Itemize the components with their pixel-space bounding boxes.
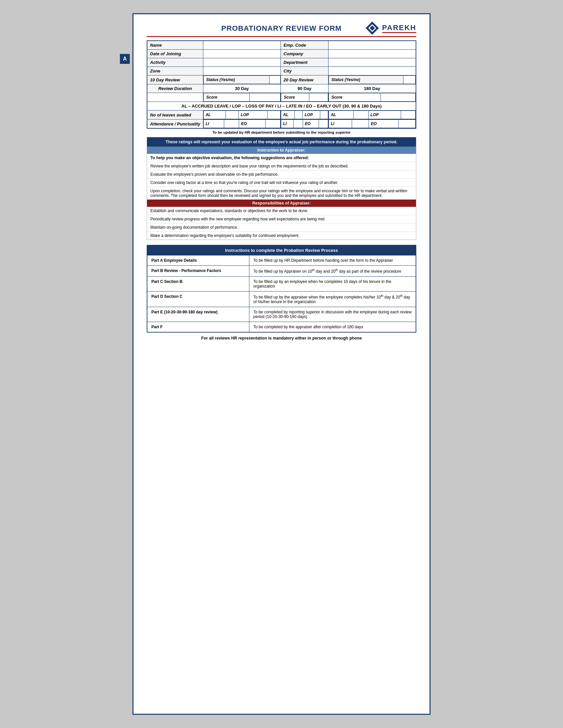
li-30-label: LI — [203, 120, 224, 128]
instruction-sub-banner: Instruction to Appraiser: — [147, 147, 416, 154]
activity-label: Activity — [147, 58, 203, 67]
ninety-day-label: 90 Day — [281, 84, 329, 93]
complete-table: Instructions to complete the Probation R… — [147, 245, 416, 333]
twenty-day-status-value[interactable] — [403, 76, 416, 84]
al-30-value[interactable] — [225, 111, 238, 119]
status-yes-no2-cell: Status (Yes/no) — [328, 75, 416, 84]
leaves-30-cell: AL LOP — [203, 111, 280, 119]
eo-30-value[interactable] — [265, 120, 280, 128]
footer-text: For all reviews HR representation is man… — [147, 336, 416, 341]
leaves-90-cell: AL LOP — [281, 111, 329, 119]
eo-90-value[interactable] — [319, 120, 328, 128]
lop-30-value[interactable] — [267, 111, 280, 119]
name-value[interactable] — [203, 41, 280, 50]
li-30-value[interactable] — [224, 120, 239, 128]
score-90-label: Score — [281, 93, 309, 102]
score-30-cell: Score — [203, 93, 280, 102]
resp-row-4: Make a determination regarding the emplo… — [147, 232, 416, 240]
al-30-label: AL — [203, 111, 225, 119]
lop-180-value[interactable] — [401, 111, 415, 119]
date-joining-label: Date of Joining — [147, 50, 203, 58]
day-review-row: 10 Day Review Status (Yes/no) 20 Day Rev… — [147, 75, 416, 84]
al-180-value[interactable] — [354, 111, 368, 119]
status-yes-no-cell: Status (Yes/no) — [203, 75, 280, 84]
al-90-value[interactable] — [295, 111, 303, 119]
section-a-badge: A — [120, 54, 130, 64]
department-value[interactable] — [328, 58, 416, 67]
zone-value[interactable] — [203, 67, 280, 75]
part-b-desc: To be filled up by Appraiser on 10th day… — [249, 266, 416, 277]
li-90-value[interactable] — [294, 120, 303, 128]
part-d-desc: To be filled up by the appraiser when th… — [249, 292, 416, 307]
no-leaves-label: No of leaves availed — [147, 111, 203, 119]
instruction-bold: To help you make an objective evaluation… — [147, 154, 416, 162]
attendance-row: Attendance / Punctuality LI EO LI — [147, 119, 416, 129]
header-divider — [147, 36, 416, 37]
activity-row: Activity Department — [147, 58, 416, 67]
status-yes-no2-label: Status (Yes/no) — [329, 76, 403, 84]
part-e-label: Part E (10-20-30-90-180 day review) — [147, 307, 249, 322]
resp-banner: Responsibilities of Appraiser: — [147, 200, 416, 207]
al-banner-text: AL – ACCRUED LEAVE / LOP – LOSS OF PAY /… — [147, 102, 416, 111]
ratings-banner: These ratings will represent your evalua… — [147, 137, 416, 147]
logo: PAREKH — [365, 21, 416, 35]
part-c-row: Part C Section B To be filled up by an e… — [147, 277, 416, 292]
part-c-label: Part C Section B — [147, 277, 249, 292]
zone-row: Zone City — [147, 67, 416, 75]
logo-diamond-icon — [365, 21, 380, 35]
activity-value[interactable] — [203, 58, 280, 67]
name-row: Name Emp. Code — [147, 41, 416, 50]
score-90-value[interactable] — [309, 93, 328, 102]
instruction-row-1: Review the employee's written job descri… — [147, 162, 416, 170]
instruction-row-2: Evaluate the employee's proven and obser… — [147, 170, 416, 179]
date-joining-value[interactable] — [203, 50, 280, 58]
joining-row: Date of Joining Company — [147, 50, 416, 58]
resp-row-3: Maintain on-going documentation of perfo… — [147, 223, 416, 232]
part-f-desc: To be completed by the appraiser after c… — [249, 322, 416, 333]
li-180-label: LI — [329, 120, 352, 128]
thirty-day-label: 30 Day — [203, 84, 280, 93]
al-90-label: AL — [281, 111, 295, 119]
notice-text: To be updated by HR department before su… — [147, 130, 416, 134]
ten-day-status-value[interactable] — [269, 76, 280, 84]
score-30-value[interactable] — [250, 93, 280, 102]
emp-code-value[interactable] — [328, 41, 416, 50]
eo-90-label: EO — [303, 120, 319, 128]
company-value[interactable] — [328, 50, 416, 58]
city-value[interactable] — [328, 67, 416, 75]
status-yes-no-label: Status (Yes/no) — [203, 76, 269, 84]
part-e-desc: To be completed by reporting superior in… — [249, 307, 416, 322]
attendance-label: Attendance / Punctuality — [147, 119, 203, 129]
review-duration-label: Review Duration — [147, 84, 203, 93]
instruction-row-4: Upon completion, check your ratings and … — [147, 187, 416, 200]
score-180-label: Score — [329, 93, 381, 102]
complete-table-header: Instructions to complete the Probation R… — [147, 245, 416, 255]
zone-label: Zone — [147, 67, 203, 75]
part-a-row: Part A Employee Details To be filled up … — [147, 255, 416, 266]
li-180-value[interactable] — [352, 120, 369, 128]
score-empty — [147, 93, 203, 102]
complete-table-header-text: Instructions to complete the Probation R… — [147, 245, 416, 255]
resp-row-2: Periodically review progress with the ne… — [147, 215, 416, 223]
lop-180-label: LOP — [368, 111, 401, 119]
instruction-row-3: Consider one rating factor at a time so … — [147, 179, 416, 187]
part-e-row: Part E (10-20-30-90-180 day review) To b… — [147, 307, 416, 322]
li-90-label: LI — [281, 120, 294, 128]
lop-30-label: LOP — [238, 111, 267, 119]
leaves-row: No of leaves availed AL LOP AL L — [147, 111, 416, 119]
resp-row-1: Establish and communicate expectations, … — [147, 207, 416, 215]
attendance-90-cell: LI EO — [281, 119, 329, 129]
lop-90-value[interactable] — [320, 111, 328, 119]
score-row: Score Score Score — [147, 93, 416, 102]
page-header: PROBATIONARY REVIEW FORM PAREKH — [147, 24, 416, 33]
name-label: Name — [147, 41, 203, 50]
leaves-180-cell: AL LOP — [328, 111, 416, 119]
city-label: City — [281, 67, 329, 75]
part-b-row: Part B Review - Performance Factors To b… — [147, 266, 416, 277]
score-180-value[interactable] — [381, 93, 416, 102]
eo-180-value[interactable] — [399, 120, 416, 128]
part-f-label: Part F — [147, 322, 249, 333]
al-banner-row: AL – ACCRUED LEAVE / LOP – LOSS OF PAY /… — [147, 102, 416, 111]
eo-180-label: EO — [369, 120, 399, 128]
lop-90-label: LOP — [303, 111, 320, 119]
